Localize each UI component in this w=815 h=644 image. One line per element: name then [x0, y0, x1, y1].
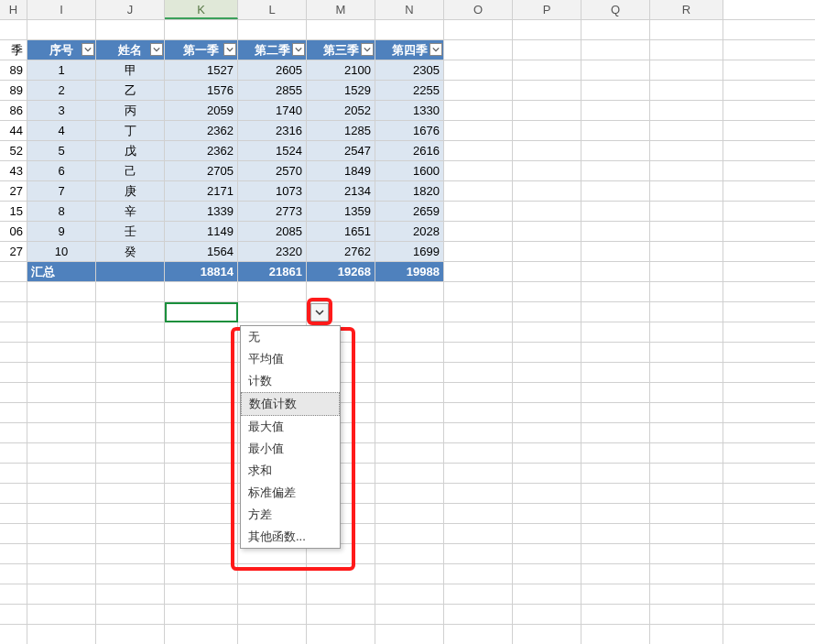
cell[interactable] — [238, 282, 307, 301]
cell[interactable] — [581, 625, 650, 644]
q2-cell[interactable]: 2855 — [238, 81, 307, 100]
seq-cell[interactable]: 10 — [27, 242, 96, 261]
cell[interactable] — [0, 403, 27, 422]
cell[interactable] — [444, 625, 513, 644]
cell[interactable] — [650, 464, 723, 483]
cell[interactable] — [581, 40, 650, 60]
cell[interactable] — [0, 302, 27, 322]
q3-cell[interactable]: 1359 — [307, 202, 375, 221]
table-header-q3[interactable]: 第三季 — [307, 40, 375, 60]
cell[interactable] — [27, 343, 96, 362]
cell[interactable] — [96, 564, 165, 584]
partial-cell[interactable]: 86 — [0, 101, 27, 120]
cell[interactable] — [27, 322, 96, 342]
cell[interactable] — [27, 20, 96, 39]
q4-cell[interactable]: 1600 — [375, 161, 444, 180]
q3-cell[interactable]: 1529 — [307, 81, 375, 100]
cell[interactable] — [444, 242, 513, 261]
cell[interactable] — [444, 484, 513, 503]
cell[interactable] — [375, 282, 444, 301]
cell[interactable] — [27, 464, 96, 483]
cell[interactable] — [27, 443, 96, 463]
cell[interactable] — [444, 343, 513, 362]
col-header-L[interactable]: L — [238, 0, 307, 19]
partial-cell[interactable]: 44 — [0, 121, 27, 140]
q3-cell[interactable]: 2762 — [307, 242, 375, 261]
cell[interactable] — [165, 423, 238, 442]
cell[interactable] — [513, 484, 581, 503]
cell[interactable] — [375, 564, 444, 584]
cell[interactable] — [581, 524, 650, 543]
q4-cell[interactable]: 2028 — [375, 222, 444, 241]
col-header-Q[interactable]: Q — [581, 0, 650, 19]
cell[interactable] — [650, 443, 723, 463]
cell[interactable] — [444, 363, 513, 382]
cell[interactable] — [650, 504, 723, 523]
cell[interactable] — [513, 584, 581, 604]
cell[interactable] — [513, 504, 581, 523]
cell[interactable] — [581, 302, 650, 322]
cell[interactable] — [581, 242, 650, 261]
name-cell[interactable]: 甲 — [96, 60, 165, 80]
total-function-dropdown-menu[interactable]: 无平均值计数数值计数最大值最小值求和标准偏差方差其他函数... — [240, 325, 341, 549]
q2-cell[interactable]: 1073 — [238, 181, 307, 201]
cell[interactable] — [581, 343, 650, 362]
cell[interactable] — [165, 524, 238, 543]
cell[interactable] — [0, 524, 27, 543]
partial-cell[interactable]: 89 — [0, 81, 27, 100]
cell[interactable] — [0, 605, 27, 624]
table-header-seq[interactable]: 序号 — [27, 40, 96, 60]
cell[interactable] — [165, 504, 238, 523]
cell[interactable] — [581, 403, 650, 422]
dropdown-item[interactable]: 标准偏差 — [241, 482, 340, 504]
q1-cell[interactable]: 1576 — [165, 81, 238, 100]
q3-cell[interactable]: 1651 — [307, 222, 375, 241]
cell[interactable] — [165, 584, 238, 604]
cell[interactable] — [650, 202, 723, 221]
cell[interactable] — [581, 141, 650, 160]
cell[interactable] — [375, 423, 444, 442]
cell[interactable] — [444, 141, 513, 160]
cell[interactable] — [444, 181, 513, 201]
cell[interactable] — [650, 20, 723, 39]
cell[interactable] — [581, 544, 650, 563]
cell[interactable] — [0, 625, 27, 644]
cell[interactable] — [581, 464, 650, 483]
col-header-M[interactable]: M — [307, 0, 375, 19]
cell[interactable] — [513, 81, 581, 100]
cell[interactable] — [650, 584, 723, 604]
total-q3-cell[interactable]: 19268 — [307, 262, 375, 281]
cell[interactable] — [375, 605, 444, 624]
cell[interactable] — [444, 322, 513, 342]
col-header-K[interactable]: K — [165, 0, 238, 19]
cell[interactable] — [165, 20, 238, 39]
q4-cell[interactable]: 1820 — [375, 181, 444, 201]
cell[interactable] — [513, 605, 581, 624]
cell[interactable] — [165, 322, 238, 342]
q3-cell[interactable]: 1849 — [307, 161, 375, 180]
cell[interactable] — [650, 383, 723, 402]
cell[interactable] — [165, 403, 238, 422]
q2-cell[interactable]: 1740 — [238, 101, 307, 120]
cell[interactable] — [96, 484, 165, 503]
cell[interactable] — [513, 20, 581, 39]
col-header-N[interactable]: N — [375, 0, 444, 19]
cell[interactable] — [444, 262, 513, 281]
cell[interactable] — [165, 564, 238, 584]
cell[interactable] — [0, 262, 27, 281]
partial-cell[interactable]: 06 — [0, 222, 27, 241]
cell[interactable] — [650, 484, 723, 503]
cell[interactable] — [165, 343, 238, 362]
cell[interactable] — [650, 605, 723, 624]
cell[interactable] — [375, 403, 444, 422]
cell[interactable] — [238, 564, 307, 584]
name-cell[interactable]: 辛 — [96, 202, 165, 221]
cell[interactable] — [96, 302, 165, 322]
q2-cell[interactable]: 2605 — [238, 60, 307, 80]
seq-cell[interactable]: 1 — [27, 60, 96, 80]
name-cell[interactable]: 戊 — [96, 141, 165, 160]
q3-cell[interactable]: 2547 — [307, 141, 375, 160]
cell[interactable] — [581, 443, 650, 463]
cell[interactable] — [27, 484, 96, 503]
cell[interactable] — [650, 242, 723, 261]
